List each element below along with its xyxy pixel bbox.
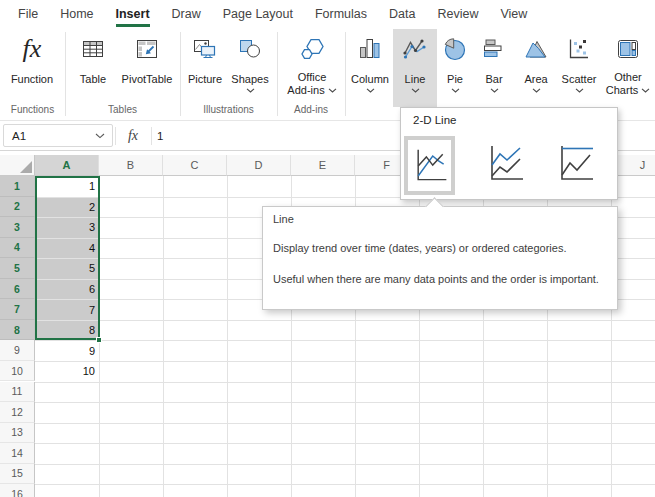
select-all-corner[interactable] bbox=[0, 155, 35, 176]
table-icon bbox=[79, 34, 107, 64]
gridline bbox=[35, 423, 655, 424]
group-label-addins: Add-ins bbox=[277, 104, 345, 115]
column-chart-icon bbox=[357, 34, 383, 64]
function-button[interactable]: fx Function bbox=[5, 29, 59, 85]
separator bbox=[151, 127, 152, 145]
row-header-12[interactable]: 12 bbox=[0, 402, 35, 423]
fill-handle[interactable] bbox=[96, 337, 102, 343]
chevron-down-icon bbox=[641, 88, 650, 93]
area-chart-button[interactable]: Area bbox=[515, 29, 557, 107]
cell-A5[interactable]: 5 bbox=[35, 258, 95, 279]
other-charts-button[interactable]: Other Charts bbox=[601, 29, 655, 107]
bar-chart-icon bbox=[481, 34, 507, 64]
scatter-chart-button[interactable]: Scatter bbox=[557, 29, 601, 107]
table-button[interactable]: Table bbox=[70, 29, 116, 85]
group-label-tables: Tables bbox=[65, 104, 180, 115]
cell-A6[interactable]: 6 bbox=[35, 279, 95, 300]
tooltip-paragraph: Useful when there are many data points a… bbox=[273, 272, 605, 287]
tab-insert[interactable]: Insert bbox=[116, 0, 150, 28]
row-header-9[interactable]: 9 bbox=[0, 340, 35, 361]
function-label: Function bbox=[11, 73, 53, 85]
stacked-line-chart-thumb[interactable] bbox=[481, 139, 529, 189]
select-all-triangle-icon bbox=[20, 161, 32, 173]
row-header-5[interactable]: 5 bbox=[0, 258, 35, 279]
cell-A2[interactable]: 2 bbox=[35, 197, 95, 218]
gridline bbox=[35, 402, 655, 403]
column-header-D[interactable]: D bbox=[227, 155, 291, 176]
formula-input[interactable]: 1 bbox=[157, 121, 163, 150]
hundred-percent-stacked-line-chart-thumb[interactable] bbox=[551, 139, 599, 189]
gridline bbox=[35, 382, 655, 383]
cell-A1[interactable]: 1 bbox=[35, 176, 95, 197]
column-header-C[interactable]: C bbox=[163, 155, 227, 176]
line-chart-icon bbox=[402, 34, 428, 64]
row-header-13[interactable]: 13 bbox=[0, 423, 35, 444]
name-box[interactable]: A1 bbox=[3, 124, 113, 147]
row-header-1[interactable]: 1 bbox=[0, 176, 35, 197]
row-header-11[interactable]: 11 bbox=[0, 382, 35, 403]
spreadsheet-grid[interactable]: ABCDEFGHIJ123456789101112131415161234567… bbox=[0, 151, 655, 497]
chevron-down-icon bbox=[366, 88, 375, 93]
row-header-3[interactable]: 3 bbox=[0, 217, 35, 238]
row-header-2[interactable]: 2 bbox=[0, 197, 35, 218]
tab-review[interactable]: Review bbox=[437, 0, 478, 28]
pivottable-icon bbox=[133, 34, 161, 64]
office-addins-button[interactable]: Office Add-ins bbox=[283, 29, 341, 97]
shapes-label: Shapes bbox=[231, 73, 268, 85]
bar-chart-button[interactable]: Bar bbox=[473, 29, 515, 107]
picture-label: Picture bbox=[188, 73, 222, 85]
line-chart-button[interactable]: Line bbox=[393, 29, 437, 107]
cell-A4[interactable]: 4 bbox=[35, 238, 95, 259]
chevron-down-icon bbox=[532, 88, 541, 93]
cell-A3[interactable]: 3 bbox=[35, 217, 95, 238]
row-header-6[interactable]: 6 bbox=[0, 279, 35, 300]
column-header-A[interactable]: A bbox=[35, 155, 99, 176]
pivottable-label: PivotTable bbox=[122, 73, 173, 85]
tab-home[interactable]: Home bbox=[60, 0, 93, 28]
tab-view[interactable]: View bbox=[500, 0, 527, 28]
row-header-16[interactable]: 16 bbox=[0, 484, 35, 497]
gridline bbox=[35, 484, 655, 485]
fx-icon: fx bbox=[23, 34, 42, 64]
column-header-E[interactable]: E bbox=[291, 155, 355, 176]
insert-function-button[interactable]: fx bbox=[118, 124, 148, 147]
row-header-7[interactable]: 7 bbox=[0, 299, 35, 320]
dropdown-title: 2-D Line bbox=[413, 114, 456, 126]
tab-data[interactable]: Data bbox=[389, 0, 415, 28]
scatter-chart-icon bbox=[566, 34, 592, 64]
row-header-15[interactable]: 15 bbox=[0, 464, 35, 485]
cell-A9[interactable]: 9 bbox=[35, 340, 95, 361]
tab-page-layout[interactable]: Page Layout bbox=[223, 0, 293, 28]
picture-button[interactable]: Picture bbox=[183, 29, 227, 85]
cell-A7[interactable]: 7 bbox=[35, 299, 95, 320]
tooltip-paragraph: Display trend over time (dates, years) o… bbox=[273, 241, 605, 256]
row-header-8[interactable]: 8 bbox=[0, 320, 35, 341]
chevron-down-icon bbox=[328, 88, 337, 93]
column-chart-button[interactable]: Column bbox=[347, 29, 393, 107]
row-header-4[interactable]: 4 bbox=[0, 238, 35, 259]
picture-icon bbox=[191, 34, 219, 64]
chevron-down-icon bbox=[246, 88, 255, 93]
tab-draw[interactable]: Draw bbox=[172, 0, 201, 28]
area-label: Area bbox=[524, 73, 547, 85]
pie-chart-button[interactable]: Pie bbox=[437, 29, 473, 107]
shapes-button[interactable]: Shapes bbox=[227, 29, 273, 93]
column-header-B[interactable]: B bbox=[99, 155, 163, 176]
scatter-label: Scatter bbox=[562, 73, 597, 85]
cell-A8[interactable]: 8 bbox=[35, 320, 95, 341]
pivottable-button[interactable]: PivotTable bbox=[116, 29, 178, 85]
row-header-10[interactable]: 10 bbox=[0, 361, 35, 382]
line-chart-thumb[interactable] bbox=[404, 136, 455, 195]
group-label-functions: Functions bbox=[0, 104, 65, 115]
gridline bbox=[35, 464, 655, 465]
tab-file[interactable]: File bbox=[18, 0, 38, 28]
tab-formulas[interactable]: Formulas bbox=[315, 0, 367, 28]
chevron-down-icon bbox=[451, 88, 460, 93]
gridline bbox=[35, 320, 655, 321]
chevron-down-icon[interactable] bbox=[95, 133, 105, 139]
gridline bbox=[35, 361, 655, 362]
charts-group: Column Line Pie bbox=[347, 29, 655, 107]
cell-A10[interactable]: 10 bbox=[35, 361, 95, 382]
pie-chart-icon bbox=[442, 34, 468, 64]
row-header-14[interactable]: 14 bbox=[0, 443, 35, 464]
